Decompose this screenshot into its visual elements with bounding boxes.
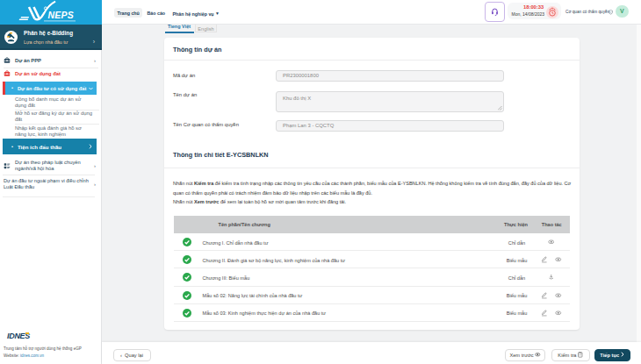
svg-text:NEPS: NEPS xyxy=(48,10,74,20)
